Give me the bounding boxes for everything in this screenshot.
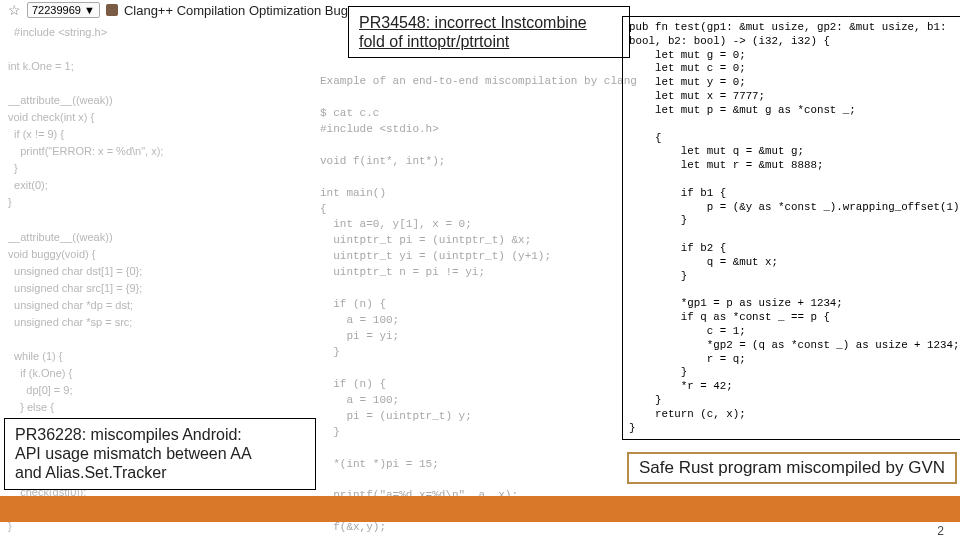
- left-callout-line3: and Alias.Set.Tracker: [15, 464, 166, 481]
- left-callout-line1: PR36228: miscompiles Android:: [15, 426, 242, 443]
- logo-chip: [106, 4, 118, 16]
- top-callout-line1: PR34548: incorrect Instcombine: [359, 14, 587, 31]
- left-callout: PR36228: miscompiles Android: API usage …: [4, 418, 316, 490]
- top-callout: PR34548: incorrect Instcombine fold of i…: [348, 6, 630, 58]
- left-callout-line2: API usage mismatch between AA: [15, 445, 252, 462]
- top-callout-line2: fold of inttoptr/ptrtoint: [359, 33, 509, 50]
- footer-bar: [0, 496, 960, 522]
- star-icon: ☆: [8, 2, 21, 18]
- bug-title: Clang++ Compilation Optimization Bug: [124, 3, 348, 18]
- rust-code-block: pub fn test(gp1: &mut usize, gp2: &mut u…: [622, 16, 960, 440]
- page-number: 2: [937, 524, 944, 538]
- middle-code-block: Example of an end-to-end miscompilation …: [320, 74, 610, 540]
- bug-id: 72239969 ▼: [27, 2, 100, 18]
- right-callout: Safe Rust program miscompiled by GVN: [627, 452, 957, 484]
- bug-header: ☆ 72239969 ▼ Clang++ Compilation Optimiz…: [8, 2, 348, 18]
